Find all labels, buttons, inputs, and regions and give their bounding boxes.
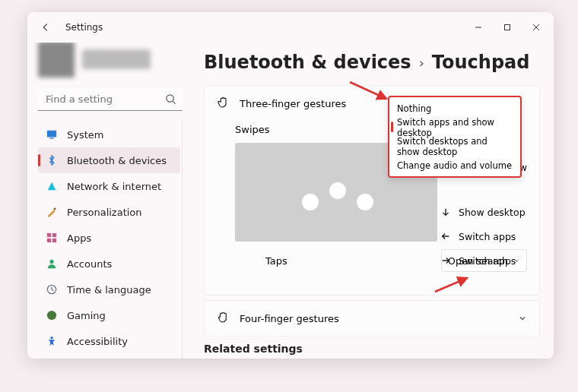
nav-personalization[interactable]: Personalization bbox=[38, 199, 180, 225]
nav-time-language[interactable]: Time & language bbox=[38, 277, 180, 302]
close-icon bbox=[532, 24, 540, 31]
svg-rect-4 bbox=[53, 207, 56, 210]
apps-icon bbox=[46, 232, 58, 244]
arrow-left-icon bbox=[40, 22, 51, 33]
nav-apps[interactable]: Apps bbox=[38, 225, 180, 251]
taps-label: Taps bbox=[265, 255, 287, 267]
settings-window: Settings S bbox=[27, 12, 554, 359]
avatar bbox=[38, 43, 75, 77]
svg-rect-8 bbox=[52, 239, 56, 242]
four-finger-card: Four-finger gestures bbox=[204, 300, 540, 337]
svg-point-11 bbox=[47, 311, 56, 320]
window-controls bbox=[464, 16, 551, 39]
breadcrumb-current: Touchpad bbox=[432, 52, 530, 73]
nav-gaming[interactable]: Gaming bbox=[38, 302, 180, 328]
svg-rect-7 bbox=[47, 239, 51, 242]
dropdown-option-switch-apps-desktop[interactable]: Switch apps and show desktop bbox=[389, 118, 520, 137]
hand-gesture-icon bbox=[217, 310, 230, 327]
search-input[interactable] bbox=[38, 88, 183, 111]
arrow-right-icon bbox=[440, 255, 451, 266]
nav-accounts[interactable]: Accounts bbox=[38, 251, 180, 277]
nav-label: Apps bbox=[67, 232, 91, 244]
nav-label: Gaming bbox=[67, 310, 106, 321]
search-container bbox=[38, 88, 183, 111]
nav-accessibility[interactable]: Accessibility bbox=[38, 328, 180, 354]
back-button[interactable] bbox=[37, 18, 55, 36]
svg-rect-0 bbox=[505, 25, 510, 30]
svg-rect-2 bbox=[47, 131, 56, 138]
gaming-icon bbox=[46, 309, 58, 321]
touch-point-icon bbox=[357, 194, 373, 210]
minimize-icon bbox=[475, 24, 482, 31]
chevron-down-icon bbox=[518, 311, 527, 326]
app-title: Settings bbox=[65, 22, 103, 33]
swipe-action-row[interactable]: Switch apps bbox=[440, 248, 526, 273]
dropdown-option-switch-desktops[interactable]: Switch desktops and show desktop bbox=[389, 137, 520, 156]
swipe-action-label: Show desktop bbox=[459, 207, 526, 218]
nav-label: Network & internet bbox=[67, 181, 161, 192]
sidebar: System Bluetooth & devices Network & int… bbox=[27, 43, 187, 359]
arrow-left-icon bbox=[440, 231, 451, 242]
nav-privacy-security[interactable]: Privacy & security bbox=[38, 354, 180, 359]
option-label: Switch desktops and show desktop bbox=[397, 136, 513, 157]
nav-system[interactable]: System bbox=[38, 122, 180, 147]
related-settings-heading: Related settings bbox=[204, 343, 540, 355]
nav-label: Accessibility bbox=[67, 336, 128, 347]
svg-rect-6 bbox=[52, 233, 56, 237]
swipe-action-row[interactable]: Show desktop bbox=[440, 200, 526, 224]
three-finger-label: Three-finger gestures bbox=[240, 98, 346, 109]
breadcrumb: Bluetooth & devices › Touchpad bbox=[204, 52, 540, 73]
profile-block[interactable] bbox=[38, 43, 183, 82]
close-button[interactable] bbox=[522, 16, 551, 39]
maximize-icon bbox=[503, 24, 511, 31]
system-icon bbox=[46, 128, 58, 141]
hand-gesture-icon bbox=[217, 95, 230, 112]
swipe-action-label: Switch apps bbox=[459, 255, 516, 267]
nav-label: Personalization bbox=[67, 207, 142, 218]
network-icon bbox=[46, 180, 58, 192]
nav-bluetooth-devices[interactable]: Bluetooth & devices bbox=[38, 147, 180, 173]
bluetooth-icon bbox=[46, 154, 58, 166]
dropdown-option-nothing[interactable]: Nothing bbox=[389, 99, 520, 118]
clock-icon bbox=[46, 283, 58, 296]
swipe-action-list: Show desktop Switch apps Switch apps bbox=[440, 200, 526, 273]
option-label: Change audio and volume bbox=[397, 160, 512, 171]
chevron-right-icon: › bbox=[419, 55, 424, 71]
maximize-button[interactable] bbox=[493, 16, 522, 39]
four-finger-label: Four-finger gestures bbox=[240, 313, 339, 324]
touch-point-icon bbox=[329, 182, 346, 199]
swipe-action-row[interactable]: Switch apps bbox=[440, 224, 526, 248]
nav-network[interactable]: Network & internet bbox=[38, 173, 180, 199]
nav-label: Bluetooth & devices bbox=[67, 155, 167, 166]
svg-rect-5 bbox=[47, 233, 51, 237]
svg-point-12 bbox=[50, 337, 53, 340]
nav-list: System Bluetooth & devices Network & int… bbox=[38, 122, 183, 359]
search-icon bbox=[165, 93, 176, 108]
svg-point-9 bbox=[49, 260, 53, 264]
titlebar: Settings bbox=[27, 12, 554, 43]
accounts-icon bbox=[46, 258, 58, 270]
nav-label: Accounts bbox=[67, 258, 112, 270]
swipe-action-label: Switch apps bbox=[459, 231, 516, 242]
profile-name-redacted bbox=[82, 49, 151, 69]
swipes-dropdown: Nothing Switch apps and show desktop Swi… bbox=[388, 96, 522, 178]
option-label: Switch apps and show desktop bbox=[397, 117, 513, 138]
accessibility-icon bbox=[46, 335, 58, 347]
dropdown-option-audio-volume[interactable]: Change audio and volume bbox=[389, 156, 520, 175]
main-panel: Bluetooth & devices › Touchpad Three-fin… bbox=[187, 43, 554, 359]
svg-rect-3 bbox=[49, 138, 53, 138]
svg-point-1 bbox=[167, 95, 173, 102]
breadcrumb-parent[interactable]: Bluetooth & devices bbox=[204, 52, 411, 73]
arrow-down-icon bbox=[440, 207, 451, 217]
option-label: Nothing bbox=[397, 103, 431, 114]
nav-label: System bbox=[67, 129, 103, 141]
touch-point-icon bbox=[302, 194, 319, 210]
minimize-button[interactable] bbox=[464, 16, 493, 39]
nav-label: Time & language bbox=[67, 284, 151, 296]
personalization-icon bbox=[46, 206, 58, 218]
four-finger-header[interactable]: Four-finger gestures bbox=[205, 301, 539, 336]
